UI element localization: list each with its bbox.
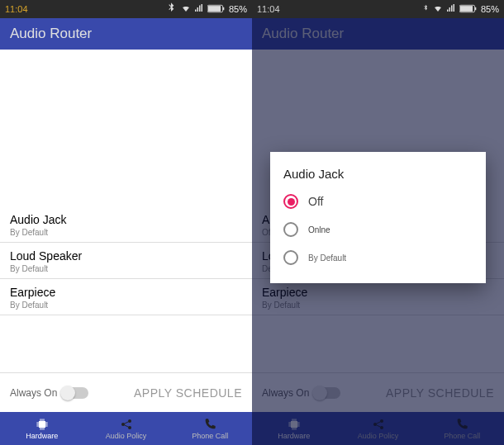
radio-label: Off (308, 195, 323, 208)
statusbar: 11:04 85% (252, 0, 504, 18)
svg-rect-1 (208, 6, 221, 12)
svg-point-4 (121, 423, 125, 426)
content: Audio Jack By Default Loud Speaker By De… (0, 50, 252, 372)
nav-label: Audio Policy (106, 432, 147, 440)
schedule-row: Always On APPLY SCHEDULE (0, 372, 252, 412)
always-on-group[interactable]: Always On (10, 387, 88, 399)
signal-icon (194, 3, 204, 15)
share-icon (120, 418, 133, 431)
battery-icon (207, 4, 226, 15)
statusbar: 11:04 85% (0, 0, 252, 18)
setting-sub: By Default (10, 301, 242, 310)
battery-icon (459, 4, 478, 15)
bluetooth-icon (164, 2, 178, 17)
always-on-toggle[interactable] (62, 387, 88, 399)
svg-rect-9 (475, 7, 477, 9)
bottom-nav: Hardware Audio Policy Phone Call (0, 412, 252, 445)
setting-sub: By Default (10, 228, 242, 237)
app-title: Audio Router (10, 26, 92, 42)
svg-rect-2 (223, 7, 225, 9)
nav-hardware[interactable]: Hardware (0, 412, 84, 445)
radio-option-off[interactable]: Off (283, 194, 473, 209)
setting-earpiece[interactable]: Earpiece By Default (0, 279, 252, 315)
phone-icon (203, 418, 216, 431)
setting-title: Loud Speaker (10, 249, 242, 263)
dialog-title: Audio Jack (283, 167, 473, 181)
svg-rect-3 (39, 421, 45, 428)
signal-icon (446, 3, 456, 15)
chip-icon (36, 418, 49, 431)
radio-icon (283, 222, 298, 237)
radio-label: By Default (308, 253, 346, 263)
app-bar: Audio Router (0, 18, 252, 50)
nav-label: Hardware (26, 432, 58, 440)
apply-schedule-button[interactable]: APPLY SCHEDULE (134, 386, 242, 400)
phone-right: 11:04 85% Audio Router Au Off Lou De Ear… (252, 0, 504, 445)
wifi-icon (433, 3, 443, 15)
setting-title: Audio Jack (10, 213, 242, 226)
statusbar-icons: 85% (421, 3, 499, 15)
phone-left: 11:04 85% Audio Router Audio Jack By Def… (0, 0, 252, 445)
statusbar-time: 11:04 (5, 4, 28, 14)
radio-label: Onlne (308, 225, 330, 234)
battery-pct: 85% (481, 4, 499, 14)
radio-option-by-default[interactable]: By Default (283, 250, 473, 265)
wifi-icon (181, 3, 191, 15)
statusbar-icons: 85% (164, 2, 247, 17)
radio-icon (283, 250, 298, 265)
battery-pct: 85% (229, 4, 247, 14)
setting-audio-jack[interactable]: Audio Jack By Default (0, 206, 252, 243)
setting-sub: By Default (10, 264, 242, 273)
svg-rect-8 (460, 6, 473, 12)
nav-phone-call[interactable]: Phone Call (168, 412, 252, 445)
svg-point-5 (128, 419, 131, 423)
always-on-label: Always On (10, 387, 57, 399)
setting-title: Earpiece (10, 286, 242, 299)
setting-loud-speaker[interactable]: Loud Speaker By Default (0, 243, 252, 279)
dialog-audio-jack: Audio Jack Off Onlne By Default (270, 152, 486, 283)
statusbar-time: 11:04 (257, 4, 280, 14)
svg-point-6 (128, 426, 131, 429)
bluetooth-icon (421, 4, 430, 14)
radio-option-online[interactable]: Onlne (283, 222, 473, 237)
radio-icon (283, 194, 298, 209)
nav-label: Phone Call (192, 432, 228, 440)
nav-audio-policy[interactable]: Audio Policy (84, 412, 169, 445)
